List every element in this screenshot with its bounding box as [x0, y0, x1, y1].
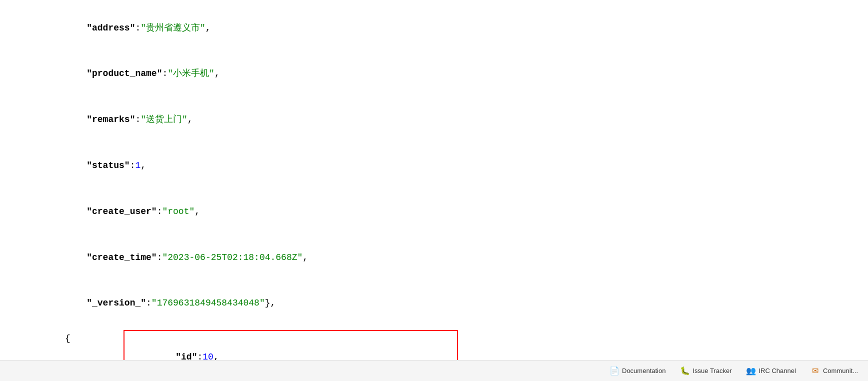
issue-tracker-label: Issue Tracker: [692, 367, 732, 374]
documentation-link[interactable]: 📄 Documentation: [610, 366, 666, 376]
prev-product-line: "product_name":"小米手机",: [65, 51, 858, 97]
irc-channel-label: IRC Channel: [758, 367, 796, 374]
issue-tracker-icon: 🐛: [680, 366, 690, 376]
community-label: Communit...: [823, 367, 858, 374]
documentation-icon: 📄: [610, 366, 619, 376]
prev-status-line: "status":1,: [65, 142, 858, 188]
irc-channel-link[interactable]: 👥 IRC Channel: [746, 366, 796, 376]
prev-address-line: "address":"贵州省遵义市",: [65, 5, 858, 51]
community-link[interactable]: ✉ Communit...: [811, 366, 858, 376]
code-viewer: "address":"贵州省遵义市", "product_name":"小米手机…: [0, 0, 868, 381]
footer-bar: 📄 Documentation 🐛 Issue Tracker 👥 IRC Ch…: [0, 360, 868, 381]
prev-version-line: "_version_":"1769631849458434048"},: [65, 280, 858, 326]
irc-channel-icon: 👥: [746, 366, 756, 376]
prev-create-user-line: "create_user":"root",: [65, 188, 858, 234]
prev-create-time-line: "create_time":"2023-06-25T02:18:04.668Z"…: [65, 234, 858, 280]
documentation-label: Documentation: [622, 367, 666, 374]
community-icon: ✉: [811, 366, 820, 376]
prev-remarks-line: "remarks":"送货上门",: [65, 97, 858, 143]
issue-tracker-link[interactable]: 🐛 Issue Tracker: [680, 366, 732, 376]
